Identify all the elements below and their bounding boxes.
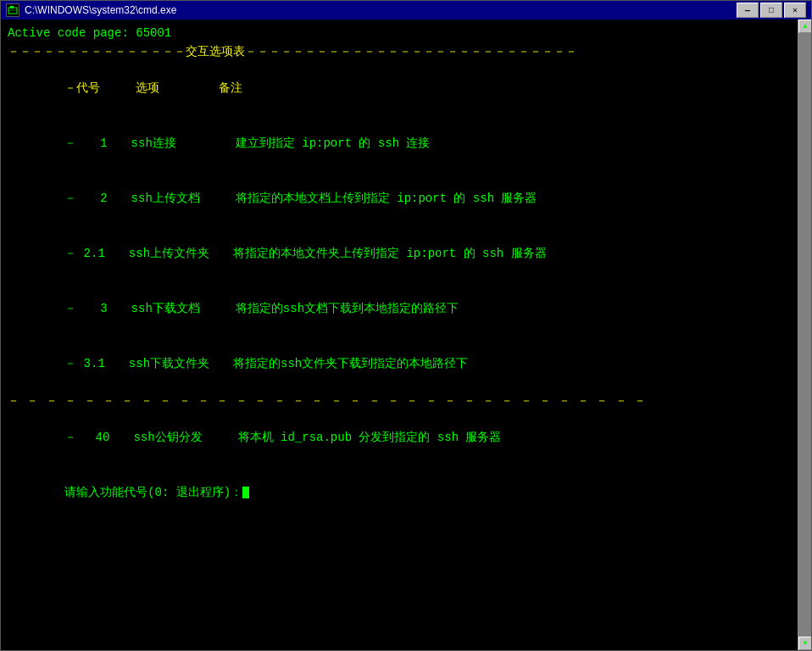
maximize-button[interactable]: □ (760, 3, 782, 18)
header-dash: － (64, 81, 76, 95)
minimize-button[interactable]: — (737, 3, 759, 18)
window-title: C:\WINDOWS\system32\cmd.exe (25, 4, 737, 16)
table-row: － 3.1 ssh下载文件夹 将指定的ssh文件夹下载到指定的本地路径下 (8, 337, 789, 392)
cursor-block (242, 487, 249, 498)
table-row: － 1 ssh连接 建立到指定 ip:port 的 ssh 连接 (8, 116, 789, 171)
table-row: － 3 ssh下载文档 将指定的ssh文档下载到本地指定的路径下 (8, 282, 789, 337)
table-row-40: － 40 ssh公钥分发 将本机 id_rsa.pub 分发到指定的 ssh 服… (8, 410, 789, 465)
scroll-up-button[interactable]: ▲ (798, 19, 811, 33)
dash-separator: － － － － － － － － － － － － － － － － － － － － … (8, 392, 789, 411)
scrollbar[interactable]: ▲ ▼ (798, 19, 811, 650)
table-row: － 2 ssh上传文档 将指定的本地文档上传到指定 ip:port 的 ssh … (8, 172, 789, 227)
header-option: 选项 (136, 81, 159, 95)
table-header: －代号 选项 备注 (8, 61, 789, 116)
close-button[interactable]: ✕ (784, 3, 806, 18)
window-icon (6, 3, 19, 17)
title-bar: C:\WINDOWS\system32\cmd.exe — □ ✕ (1, 1, 811, 19)
scroll-down-button[interactable]: ▼ (798, 637, 811, 650)
table-row: － 2.1 ssh上传文件夹 将指定的本地文件夹上传到指定 ip:port 的 … (8, 227, 789, 282)
scroll-track[interactable] (798, 33, 811, 637)
top-separator: －－－－－－－－－－－－－－－交互选项表－－－－－－－－－－－－－－－－－－－－… (8, 43, 789, 62)
terminal-area[interactable]: Active code page: 65001 －－－－－－－－－－－－－－－交… (1, 19, 811, 650)
prompt-text: 请输入功能代号(0: 退出程序)： (64, 486, 242, 499)
svg-rect-1 (10, 6, 14, 8)
prompt-line: 请输入功能代号(0: 退出程序)： (8, 466, 789, 521)
header-code: 代号 (76, 81, 100, 95)
header-desc: 备注 (219, 81, 242, 95)
cmd-window: C:\WINDOWS\system32\cmd.exe — □ ✕ Active… (0, 0, 812, 651)
active-code-line: Active code page: 65001 (8, 25, 789, 43)
svg-rect-0 (8, 8, 17, 14)
menu-title-text: 交互选项表 (186, 45, 245, 58)
window-controls: — □ ✕ (737, 3, 806, 18)
